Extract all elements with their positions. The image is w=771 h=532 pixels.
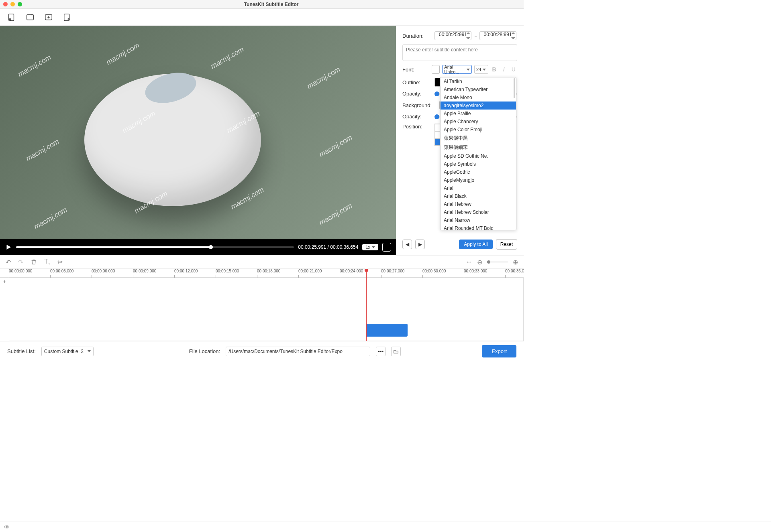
subtitle-clip[interactable]: [366, 324, 408, 337]
video-frame[interactable]: macmj.com macmj.com macmj.com macmj.com …: [0, 26, 396, 239]
bg-opacity-label: Opacity:: [402, 114, 432, 120]
ruler-tick: 00:00:09.000: [133, 269, 156, 273]
font-option[interactable]: Apple SD Gothic Ne.: [441, 152, 516, 160]
font-option[interactable]: Arial Rounded MT Bold: [441, 224, 516, 230]
open-folder-button[interactable]: [391, 347, 401, 356]
ruler-tick: 00:00:12.000: [174, 269, 198, 273]
window-close-button[interactable]: [3, 2, 8, 6]
ruler-tick: 00:00:33.000: [464, 269, 487, 273]
ruler-tick: 00:00:36.000: [505, 269, 524, 273]
duration-start-input[interactable]: 00:00:25:991: [434, 31, 471, 40]
italic-toggle[interactable]: I: [500, 66, 508, 73]
window-zoom-button[interactable]: [18, 2, 22, 6]
time-display: 00:00:25.991 / 00:00:36.654: [298, 244, 358, 250]
seek-slider[interactable]: [16, 246, 294, 248]
font-option[interactable]: aoyagireisyosimo2: [441, 102, 516, 110]
font-dropdown-list[interactable]: Al TarikhAmerican TypewriterAndale Monoa…: [440, 77, 516, 230]
add-text-button[interactable]: T+: [44, 258, 50, 266]
duration-label: Duration:: [402, 33, 432, 39]
font-option[interactable]: 蘋果儷中黑: [441, 134, 516, 143]
prev-subtitle-button[interactable]: ◀: [402, 240, 412, 249]
font-option[interactable]: American Typewriter: [441, 85, 516, 93]
duration-end-input[interactable]: 00:00:28:991: [479, 31, 516, 40]
timeline-playhead[interactable]: [366, 269, 367, 341]
font-option[interactable]: Arial Black: [441, 192, 516, 200]
ruler-tick: 00:00:03.000: [50, 269, 73, 273]
subtitle-content-input[interactable]: [402, 44, 517, 61]
export-button[interactable]: Export: [482, 345, 516, 357]
reset-button[interactable]: Reset: [496, 239, 517, 250]
font-option[interactable]: Arial Narrow: [441, 216, 516, 224]
new-subtitle-button[interactable]: [26, 13, 35, 22]
file-location-more-button[interactable]: •••: [376, 347, 386, 356]
font-family-select[interactable]: Arial Unico...: [442, 65, 472, 74]
position-label: Position:: [402, 124, 432, 130]
watermark-text: macmj.com: [306, 65, 342, 91]
font-option[interactable]: Apple Chancery: [441, 118, 516, 126]
top-toolbar: [0, 9, 524, 26]
ruler-tick: 00:00:24.000: [340, 269, 363, 273]
fullscreen-button[interactable]: [382, 243, 391, 252]
timeline-track-area[interactable]: [9, 278, 524, 341]
font-option[interactable]: Arial Hebrew: [441, 200, 516, 208]
fit-timeline-button[interactable]: ↔: [466, 258, 472, 266]
apply-to-all-button[interactable]: Apply to All: [459, 240, 492, 249]
split-button[interactable]: ✂: [57, 258, 63, 266]
next-subtitle-button[interactable]: ▶: [415, 240, 425, 249]
font-label: Font:: [402, 67, 429, 73]
font-option[interactable]: AppleMyungjo: [441, 176, 516, 184]
outline-label: Outline:: [402, 79, 432, 85]
playback-rate-selector[interactable]: 1x: [362, 244, 378, 250]
watermark-text: macmj.com: [318, 133, 354, 159]
timeline-toolbar: ↶ ↷ T+ ✂ ↔ ⊖ ⊕: [0, 255, 524, 269]
watermark-text: macmj.com: [318, 201, 354, 227]
bold-toggle[interactable]: B: [491, 66, 498, 73]
timeline-panel: 00:00:00.00000:00:03.00000:00:06.00000:0…: [0, 269, 524, 341]
svg-rect-1: [27, 14, 34, 20]
add-track-button[interactable]: [44, 13, 53, 22]
zoom-in-button[interactable]: ⊕: [513, 258, 518, 266]
opacity-label: Opacity:: [402, 91, 432, 97]
watermark-text: macmj.com: [105, 41, 141, 67]
ruler-tick: 00:00:00.000: [9, 269, 32, 273]
video-preview-panel: macmj.com macmj.com macmj.com macmj.com …: [0, 26, 396, 255]
delete-button[interactable]: [31, 259, 37, 265]
undo-button[interactable]: ↶: [6, 258, 11, 266]
font-size-select[interactable]: 24: [474, 65, 488, 74]
video-controls-bar: 00:00:25.991 / 00:00:36.654 1x: [0, 239, 396, 255]
import-file-button[interactable]: [7, 13, 16, 22]
add-track-rail-button[interactable]: +: [0, 278, 9, 285]
duration-separator: ~: [474, 33, 477, 39]
font-option[interactable]: Al Tarikh: [441, 77, 516, 85]
background-label: Background:: [402, 102, 437, 108]
bottom-bar: Subtitle List: Custom Subtitle_3 File Lo…: [0, 341, 524, 361]
window-title: TunesKit Subtitle Editor: [22, 2, 520, 7]
ruler-tick: 00:00:21.000: [298, 269, 322, 273]
font-option[interactable]: Andale Mono: [441, 93, 516, 102]
window-minimize-button[interactable]: [10, 2, 15, 6]
timeline-ruler[interactable]: 00:00:00.00000:00:03.00000:00:06.00000:0…: [0, 269, 524, 278]
font-option[interactable]: Arial: [441, 184, 516, 192]
file-location-field[interactable]: /Users/mac/Documents/TunesKit Subtitle E…: [226, 347, 370, 356]
watermark-text: macmj.com: [229, 185, 265, 211]
watermark-text: macmj.com: [16, 53, 53, 79]
svg-rect-3: [64, 14, 69, 20]
edit-button[interactable]: [63, 13, 71, 22]
font-option[interactable]: Arial Hebrew Scholar: [441, 208, 516, 216]
zoom-out-button[interactable]: ⊖: [477, 258, 482, 266]
font-option[interactable]: 蘋果儷細宋: [441, 143, 516, 152]
zoom-slider[interactable]: [487, 262, 508, 262]
font-option[interactable]: AppleGothic: [441, 168, 516, 176]
ruler-tick: 00:00:06.000: [92, 269, 115, 273]
font-color-swatch[interactable]: [432, 65, 440, 74]
ruler-tick: 00:00:18.000: [257, 269, 280, 273]
redo-button[interactable]: ↷: [18, 258, 23, 266]
font-option[interactable]: Apple Color Emoji: [441, 126, 516, 134]
subtitle-list-select[interactable]: Custom Subtitle_3: [41, 347, 94, 356]
underline-toggle[interactable]: U: [510, 66, 517, 73]
play-button[interactable]: [5, 244, 12, 251]
file-location-label: File Location:: [189, 348, 220, 354]
watermark-text: macmj.com: [209, 45, 245, 71]
font-option[interactable]: Apple Braille: [441, 110, 516, 118]
font-option[interactable]: Apple Symbols: [441, 160, 516, 168]
